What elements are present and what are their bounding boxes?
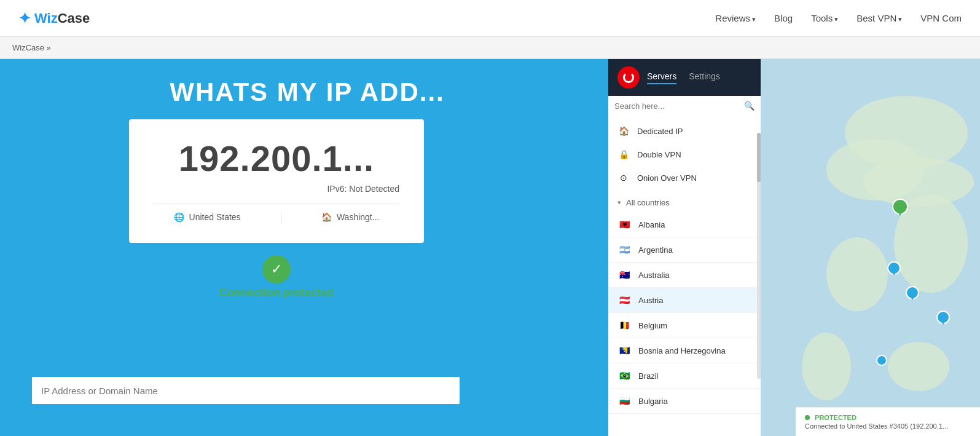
connection-protected-text: Connection protected (0, 287, 584, 299)
connection-status-area: ✓ Connection protected (0, 255, 584, 299)
austria-name: Austria (638, 296, 663, 305)
double-vpn-label: Double VPN (637, 150, 681, 159)
city-name: Washingt... (337, 212, 380, 222)
argentina-name: Argentina (638, 245, 673, 255)
onion-vpn-icon: ⊙ (617, 172, 630, 184)
australia-flag: 🇦🇺 (617, 268, 631, 282)
austria-flag: 🇦🇹 (617, 293, 631, 307)
double-vpn-icon: 🔒 (617, 148, 630, 161)
onion-vpn-label: Onion Over VPN (637, 173, 697, 183)
chevron-down-icon: ▾ (617, 199, 621, 207)
vpn-search-bar: 🔍 (608, 96, 761, 116)
protected-dot-icon (805, 415, 810, 420)
dedicated-ip-icon: 🏠 (617, 125, 630, 137)
search-icon: 🔍 (744, 101, 755, 111)
site-logo[interactable]: ✦ WizCase (18, 10, 90, 27)
vpn-search-input[interactable] (614, 101, 740, 111)
belgium-name: Belgium (638, 321, 667, 330)
country-brazil[interactable]: 🇧🇷 Brazil (608, 363, 761, 389)
country-austria[interactable]: 🇦🇹 Austria (608, 288, 761, 313)
tab-settings[interactable]: Settings (689, 71, 720, 84)
bosnia-flag: 🇧🇦 (617, 344, 631, 357)
country-australia[interactable]: 🇦🇺 Australia (608, 263, 761, 288)
top-navigation: ✦ WizCase Reviews Blog Tools Best VPN VP… (0, 0, 980, 37)
vpn-panel: Servers Settings 🔍 🏠 Dedicated IP 🔒 Doub… (608, 59, 761, 436)
blue-background: WHATS MY IP ADD... 192.200.1... IPv6: No… (0, 59, 614, 436)
city-detail: 🏠 Washingt... (321, 211, 380, 223)
svg-point-6 (802, 333, 851, 400)
svg-point-16 (877, 355, 887, 365)
globe-icon: 🌐 (174, 212, 184, 222)
vpn-logo (617, 66, 640, 89)
logo-text: WizCase (34, 10, 90, 26)
bulgaria-name: Bulgaria (638, 397, 668, 406)
vpn-scrollbar-thumb[interactable] (757, 133, 761, 182)
country-belgium[interactable]: 🇧🇪 Belgium (608, 313, 761, 338)
tab-servers[interactable]: Servers (647, 71, 676, 84)
ipv6-status: IPv6: Not Detected (154, 184, 399, 204)
ip-lookup-input[interactable] (31, 376, 461, 405)
albania-name: Albania (638, 220, 665, 229)
all-countries-toggle[interactable]: ▾ All countries (608, 193, 761, 212)
nav-reviews[interactable]: Reviews (715, 13, 756, 23)
vpn-special-menu: 🏠 Dedicated IP 🔒 Double VPN ⊙ Onion Over… (608, 116, 761, 193)
all-countries-label: All countries (626, 198, 670, 207)
country-bulgaria[interactable]: 🇧🇬 Bulgaria (608, 389, 761, 414)
menu-onion-over-vpn[interactable]: ⊙ Onion Over VPN (608, 166, 761, 189)
breadcrumb-text: WizCase » (12, 43, 51, 52)
country-argentina[interactable]: 🇦🇷 Argentina (608, 237, 761, 263)
belgium-flag: 🇧🇪 (617, 319, 631, 332)
svg-point-7 (888, 342, 949, 391)
ip-details: 🌐 United States 🏠 Washingt... (154, 204, 399, 231)
nav-links: Reviews Blog Tools Best VPN VPN Com (715, 13, 962, 23)
main-content-area: WHATS MY IP ADD... 192.200.1... IPv6: No… (0, 59, 980, 436)
vpn-scrollbar[interactable] (757, 133, 761, 379)
connected-detail: Connected to United States #3405 (192.20… (805, 422, 971, 430)
protected-label: PROTECTED (815, 414, 857, 421)
dedicated-ip-label: Dedicated IP (637, 127, 683, 136)
ip-card: 192.200.1... IPv6: Not Detected 🌐 United… (129, 119, 424, 243)
menu-dedicated-ip[interactable]: 🏠 Dedicated IP (608, 119, 761, 143)
bosnia-name: Bosnia and Herzegovina (638, 346, 726, 355)
nav-blog[interactable]: Blog (774, 13, 793, 23)
page-title: WHATS MY IP ADD... (0, 59, 614, 107)
logo-star-icon: ✦ (18, 10, 31, 27)
nav-tools[interactable]: Tools (811, 13, 838, 23)
albania-flag: 🇦🇱 (617, 218, 631, 231)
vpn-logo-icon (623, 72, 634, 83)
nav-best-vpn[interactable]: Best VPN (857, 13, 902, 23)
bulgaria-flag: 🇧🇬 (617, 394, 631, 408)
argentina-flag: 🇦🇷 (617, 243, 631, 256)
brazil-flag: 🇧🇷 (617, 369, 631, 382)
ip-address-display: 192.200.1... (154, 138, 399, 179)
country-list: 🇦🇱 Albania 🇦🇷 Argentina 🇦🇺 Australia 🇦🇹 … (608, 212, 761, 436)
breadcrumb: WizCase » (0, 37, 980, 59)
country-albania[interactable]: 🇦🇱 Albania (608, 212, 761, 237)
country-bosnia[interactable]: 🇧🇦 Bosnia and Herzegovina (608, 338, 761, 363)
menu-double-vpn[interactable]: 🔒 Double VPN (608, 143, 761, 166)
ip-lookup-bar (31, 376, 461, 405)
detail-divider (281, 211, 281, 223)
nav-vpn-com[interactable]: VPN Com (920, 13, 962, 23)
vpn-tabs: Servers Settings (647, 71, 720, 84)
svg-point-5 (826, 237, 888, 311)
country-name: United States (189, 212, 241, 222)
brazil-name: Brazil (638, 371, 659, 381)
home-icon: 🏠 (321, 212, 332, 222)
australia-name: Australia (638, 271, 670, 280)
check-circle-icon: ✓ (262, 255, 291, 283)
country-detail: 🌐 United States (174, 211, 241, 223)
protected-bar: PROTECTED Connected to United States #34… (796, 407, 980, 436)
vpn-header: Servers Settings (608, 59, 761, 96)
